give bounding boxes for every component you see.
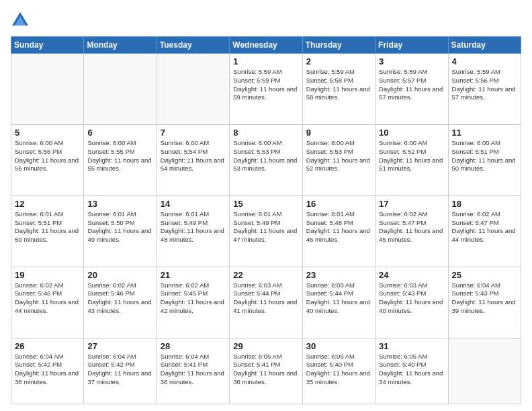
cell-sun-info: Sunrise: 6:01 AM Sunset: 5:49 PM Dayligh… [161,210,226,244]
cell-sun-info: Sunrise: 6:04 AM Sunset: 5:42 PM Dayligh… [87,353,152,387]
calendar-cell: 14Sunrise: 6:01 AM Sunset: 5:49 PM Dayli… [157,195,229,267]
day-number: 10 [379,128,444,138]
day-number: 9 [306,128,371,138]
calendar-table: SundayMondayTuesdayWednesdayThursdayFrid… [11,36,521,404]
logo-icon [11,11,30,30]
calendar-cell: 4Sunrise: 5:59 AM Sunset: 5:56 PM Daylig… [448,54,521,125]
calendar-cell [11,54,84,125]
calendar-cell: 30Sunrise: 6:05 AM Sunset: 5:40 PM Dayli… [302,338,375,404]
cell-sun-info: Sunrise: 6:04 AM Sunset: 5:42 PM Dayligh… [15,353,80,387]
header [11,11,521,30]
week-row-1: 5Sunrise: 6:00 AM Sunset: 5:56 PM Daylig… [11,124,521,195]
cell-sun-info: Sunrise: 6:00 AM Sunset: 5:53 PM Dayligh… [233,139,298,173]
day-number: 11 [452,128,517,138]
calendar-cell: 28Sunrise: 6:04 AM Sunset: 5:41 PM Dayli… [157,338,229,404]
cell-sun-info: Sunrise: 6:02 AM Sunset: 5:46 PM Dayligh… [15,281,80,316]
cell-sun-info: Sunrise: 6:01 AM Sunset: 5:50 PM Dayligh… [87,210,152,244]
day-number: 8 [233,128,298,138]
day-number: 26 [15,341,80,351]
calendar-cell: 22Sunrise: 6:03 AM Sunset: 5:44 PM Dayli… [230,267,302,338]
day-number: 17 [379,199,444,209]
day-number: 30 [306,341,371,351]
calendar-cell: 16Sunrise: 6:01 AM Sunset: 5:48 PM Dayli… [302,195,375,267]
calendar-cell: 10Sunrise: 6:00 AM Sunset: 5:52 PM Dayli… [375,124,448,195]
day-number: 21 [161,270,226,280]
weekday-header-wednesday: Wednesday [230,37,302,54]
week-row-3: 19Sunrise: 6:02 AM Sunset: 5:46 PM Dayli… [11,267,521,338]
cell-sun-info: Sunrise: 5:59 AM Sunset: 5:57 PM Dayligh… [379,68,444,102]
week-row-0: 1Sunrise: 5:59 AM Sunset: 5:59 PM Daylig… [11,54,521,125]
weekday-header-thursday: Thursday [302,37,375,54]
cell-sun-info: Sunrise: 5:59 AM Sunset: 5:59 PM Dayligh… [233,68,298,102]
calendar-cell: 19Sunrise: 6:02 AM Sunset: 5:46 PM Dayli… [11,267,84,338]
cell-sun-info: Sunrise: 6:05 AM Sunset: 5:40 PM Dayligh… [379,353,444,387]
cell-sun-info: Sunrise: 6:05 AM Sunset: 5:41 PM Dayligh… [233,353,298,387]
weekday-header-friday: Friday [375,37,448,54]
cell-sun-info: Sunrise: 5:59 AM Sunset: 5:58 PM Dayligh… [306,68,371,102]
calendar-cell: 8Sunrise: 6:00 AM Sunset: 5:53 PM Daylig… [230,124,302,195]
day-number: 22 [233,270,298,280]
calendar-cell: 12Sunrise: 6:01 AM Sunset: 5:51 PM Dayli… [11,195,84,267]
day-number: 28 [161,341,226,351]
cell-sun-info: Sunrise: 6:05 AM Sunset: 5:40 PM Dayligh… [306,353,371,387]
cell-sun-info: Sunrise: 6:04 AM Sunset: 5:43 PM Dayligh… [452,281,517,316]
cell-sun-info: Sunrise: 6:00 AM Sunset: 5:54 PM Dayligh… [161,139,226,173]
weekday-header-sunday: Sunday [11,37,84,54]
weekday-header-monday: Monday [84,37,157,54]
cell-sun-info: Sunrise: 6:01 AM Sunset: 5:51 PM Dayligh… [15,210,80,244]
cell-sun-info: Sunrise: 6:00 AM Sunset: 5:53 PM Dayligh… [306,139,371,173]
calendar-cell: 2Sunrise: 5:59 AM Sunset: 5:58 PM Daylig… [302,54,375,125]
day-number: 12 [15,199,80,209]
calendar-cell: 31Sunrise: 6:05 AM Sunset: 5:40 PM Dayli… [375,338,448,404]
day-number: 13 [87,199,152,209]
week-row-4: 26Sunrise: 6:04 AM Sunset: 5:42 PM Dayli… [11,338,521,404]
day-number: 31 [379,341,444,351]
cell-sun-info: Sunrise: 5:59 AM Sunset: 5:56 PM Dayligh… [452,68,517,102]
logo [11,11,32,30]
calendar-cell: 13Sunrise: 6:01 AM Sunset: 5:50 PM Dayli… [84,195,157,267]
day-number: 27 [87,341,152,351]
calendar-cell: 25Sunrise: 6:04 AM Sunset: 5:43 PM Dayli… [448,267,521,338]
week-row-2: 12Sunrise: 6:01 AM Sunset: 5:51 PM Dayli… [11,195,521,267]
weekday-header-row: SundayMondayTuesdayWednesdayThursdayFrid… [11,37,521,54]
day-number: 3 [379,56,444,66]
cell-sun-info: Sunrise: 6:04 AM Sunset: 5:41 PM Dayligh… [161,353,226,387]
calendar-cell: 15Sunrise: 6:01 AM Sunset: 5:49 PM Dayli… [230,195,302,267]
cell-sun-info: Sunrise: 6:03 AM Sunset: 5:44 PM Dayligh… [306,281,371,316]
day-number: 1 [233,56,298,66]
day-number: 5 [15,128,80,138]
calendar-cell: 20Sunrise: 6:02 AM Sunset: 5:46 PM Dayli… [84,267,157,338]
cell-sun-info: Sunrise: 6:02 AM Sunset: 5:45 PM Dayligh… [161,281,226,316]
calendar-cell: 18Sunrise: 6:02 AM Sunset: 5:47 PM Dayli… [448,195,521,267]
calendar-cell: 1Sunrise: 5:59 AM Sunset: 5:59 PM Daylig… [230,54,302,125]
day-number: 6 [87,128,152,138]
calendar-cell [84,54,157,125]
day-number: 29 [233,341,298,351]
cell-sun-info: Sunrise: 6:00 AM Sunset: 5:56 PM Dayligh… [15,139,80,173]
calendar-cell: 27Sunrise: 6:04 AM Sunset: 5:42 PM Dayli… [84,338,157,404]
day-number: 2 [306,56,371,66]
calendar-cell: 21Sunrise: 6:02 AM Sunset: 5:45 PM Dayli… [157,267,229,338]
day-number: 23 [306,270,371,280]
day-number: 24 [379,270,444,280]
calendar-cell: 5Sunrise: 6:00 AM Sunset: 5:56 PM Daylig… [11,124,84,195]
calendar-cell: 23Sunrise: 6:03 AM Sunset: 5:44 PM Dayli… [302,267,375,338]
cell-sun-info: Sunrise: 6:00 AM Sunset: 5:55 PM Dayligh… [87,139,152,173]
day-number: 16 [306,199,371,209]
calendar-cell: 24Sunrise: 6:03 AM Sunset: 5:43 PM Dayli… [375,267,448,338]
day-number: 15 [233,199,298,209]
cell-sun-info: Sunrise: 6:00 AM Sunset: 5:52 PM Dayligh… [379,139,444,173]
day-number: 18 [452,199,517,209]
cell-sun-info: Sunrise: 6:03 AM Sunset: 5:44 PM Dayligh… [233,281,298,316]
cell-sun-info: Sunrise: 6:02 AM Sunset: 5:47 PM Dayligh… [452,210,517,244]
calendar-cell: 29Sunrise: 6:05 AM Sunset: 5:41 PM Dayli… [230,338,302,404]
day-number: 19 [15,270,80,280]
calendar-cell [448,338,521,404]
cell-sun-info: Sunrise: 6:03 AM Sunset: 5:43 PM Dayligh… [379,281,444,316]
day-number: 14 [161,199,226,209]
cell-sun-info: Sunrise: 6:02 AM Sunset: 5:46 PM Dayligh… [87,281,152,316]
calendar-cell: 9Sunrise: 6:00 AM Sunset: 5:53 PM Daylig… [302,124,375,195]
page: SundayMondayTuesdayWednesdayThursdayFrid… [0,0,532,411]
cell-sun-info: Sunrise: 6:01 AM Sunset: 5:48 PM Dayligh… [306,210,371,244]
cell-sun-info: Sunrise: 6:01 AM Sunset: 5:49 PM Dayligh… [233,210,298,244]
